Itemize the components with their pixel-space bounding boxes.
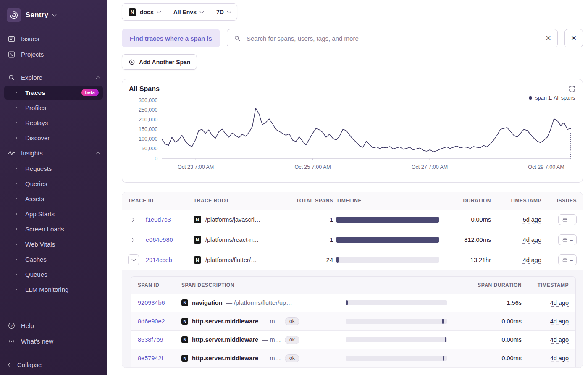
- date-range-selector[interactable]: 7D: [210, 4, 237, 20]
- environment-value: All Envs: [173, 9, 197, 16]
- status-badge: ok: [285, 317, 299, 325]
- span-row[interactable]: 8538f7b9 N http.server.middleware — m… o…: [131, 330, 575, 349]
- fullscreen-icon[interactable]: [567, 84, 577, 93]
- bullet-icon: [16, 213, 17, 215]
- trace-row[interactable]: f1e0d7c3 N /platforms/javascri… 1 0.00ms…: [122, 210, 583, 230]
- svg-text:Oct 27 7:00 AM: Oct 27 7:00 AM: [412, 164, 448, 170]
- span-search-box[interactable]: ×: [227, 29, 558, 47]
- timestamp[interactable]: 4d ago: [523, 257, 541, 263]
- org-switcher[interactable]: Sentry: [0, 6, 107, 24]
- sidebar-section-insights[interactable]: Insights: [0, 145, 107, 161]
- span-timeline-bar[interactable]: [346, 337, 447, 342]
- remove-span-filter-button[interactable]: ×: [564, 29, 583, 47]
- platform-icon: N: [194, 256, 201, 264]
- span-id-link[interactable]: 920934b6: [138, 299, 178, 306]
- span-table: SPAN ID SPAN DESCRIPTION SPAN DURATION T…: [131, 276, 576, 367]
- svg-text:?: ?: [10, 324, 13, 328]
- sidebar-item-queues[interactable]: Queues: [0, 267, 107, 282]
- sidebar-section-label: Insights: [21, 149, 43, 157]
- sidebar-item-assets[interactable]: Assets: [0, 191, 107, 206]
- sidebar-item-discover[interactable]: Discover: [0, 130, 107, 145]
- issues-button[interactable]: –: [558, 234, 577, 245]
- total-spans: 1: [293, 236, 333, 243]
- span-id-link[interactable]: 8538f7b9: [138, 336, 178, 343]
- clear-search-icon[interactable]: ×: [546, 34, 551, 43]
- span-search-input[interactable]: [246, 34, 541, 42]
- sidebar-section-explore[interactable]: Explore: [0, 70, 107, 85]
- sidebar-item-queries[interactable]: Queries: [0, 176, 107, 191]
- sentry-logo-icon: [7, 8, 21, 22]
- span-row[interactable]: 8d6e90e2 N http.server.middleware — m… o…: [131, 312, 575, 330]
- column-header: SPAN DESCRIPTION: [181, 282, 343, 288]
- sidebar-item-label: Help: [21, 322, 34, 329]
- sidebar-item-web-vitals[interactable]: Web Vitals: [0, 236, 107, 252]
- sidebar-item-replays[interactable]: Replays: [0, 115, 107, 130]
- sidebar-item-help[interactable]: ? Help: [0, 318, 107, 333]
- sidebar-nav: Issues Projects Explore Traces beta: [0, 31, 107, 297]
- page-filter-bar: N docs All Envs 7D: [122, 3, 583, 21]
- span-duration: 0.00ms: [450, 355, 522, 362]
- expanded-trace-spans: SPAN ID SPAN DESCRIPTION SPAN DURATION T…: [122, 270, 583, 368]
- span-row[interactable]: 920934b6 N navigation — /platforms/flutt…: [131, 294, 575, 312]
- svg-text:150,000: 150,000: [139, 126, 158, 132]
- sidebar-item-app-starts[interactable]: App Starts: [0, 206, 107, 221]
- platform-icon: N: [181, 318, 188, 325]
- svg-text:Oct 23 7:00 AM: Oct 23 7:00 AM: [178, 164, 214, 170]
- timeline-bar[interactable]: [336, 257, 439, 263]
- bullet-icon: [16, 183, 17, 184]
- sidebar-item-label: Profiles: [25, 104, 46, 111]
- sidebar-item-screen-loads[interactable]: Screen Loads: [0, 221, 107, 236]
- sidebar-item-profiles[interactable]: Profiles: [0, 100, 107, 115]
- span-op: http.server.middleware: [192, 355, 258, 362]
- timestamp[interactable]: 4d ago: [550, 336, 569, 343]
- sidebar-item-label: App Starts: [25, 210, 55, 218]
- timestamp[interactable]: 4d ago: [523, 236, 541, 243]
- trace-id-link[interactable]: f1e0d7c3: [146, 216, 190, 223]
- add-span-label: Add Another Span: [139, 59, 190, 66]
- timeline-bar[interactable]: [336, 217, 439, 223]
- add-another-span-button[interactable]: Add Another Span: [122, 54, 197, 70]
- trace-row[interactable]: e064e980 N /platforms/react-n… 1 812.00m…: [122, 230, 583, 250]
- spans-line-chart: 050,000100,000150,000200,000250,000300,0…: [129, 94, 576, 181]
- issues-button[interactable]: –: [558, 254, 577, 265]
- sidebar-collapse-button[interactable]: Collapse: [0, 354, 107, 375]
- svg-text:300,000: 300,000: [139, 97, 158, 103]
- span-id-link[interactable]: 8d6e90e2: [138, 318, 178, 325]
- timestamp[interactable]: 4d ago: [550, 299, 569, 306]
- column-header: TIMESTAMP: [525, 282, 569, 288]
- span-duration: 1.56s: [450, 299, 522, 306]
- chart-title: All Spans: [129, 85, 576, 93]
- environment-selector[interactable]: All Envs: [167, 4, 210, 20]
- span-row[interactable]: 8e57942f N http.server.middleware — m… o…: [131, 349, 575, 367]
- sidebar-item-issues[interactable]: Issues: [0, 31, 107, 47]
- trace-row-expanded[interactable]: 2914cceb N /platforms/flutter/… 24 13.21…: [122, 250, 583, 270]
- plus-circle-icon: [129, 59, 135, 66]
- sidebar-item-traces[interactable]: Traces beta: [4, 86, 103, 100]
- sidebar-item-requests[interactable]: Requests: [0, 161, 107, 176]
- expand-chevron-icon[interactable]: [128, 218, 136, 221]
- sidebar-item-whats-new[interactable]: What's new: [0, 333, 107, 349]
- sidebar-item-llm-monitoring[interactable]: LLM Monitoring: [0, 282, 107, 297]
- span-timeline-bar[interactable]: [346, 300, 447, 305]
- timeline-bar[interactable]: [336, 237, 439, 243]
- bullet-icon: [16, 92, 17, 93]
- span-timeline-bar[interactable]: [346, 356, 447, 361]
- timestamp[interactable]: 4d ago: [550, 318, 569, 325]
- bullet-icon: [16, 274, 17, 275]
- expand-chevron-icon[interactable]: [128, 239, 136, 241]
- all-spans-chart-panel: All Spans span 1: All spans 050,000100,0…: [122, 79, 583, 183]
- sidebar-item-projects[interactable]: Projects: [0, 47, 107, 62]
- sidebar-item-caches[interactable]: Caches: [0, 252, 107, 267]
- span-timeline-bar[interactable]: [346, 319, 447, 324]
- timestamp[interactable]: 5d ago: [523, 216, 541, 223]
- project-selector[interactable]: N docs: [122, 4, 167, 20]
- trace-id-link[interactable]: 2914cceb: [146, 257, 190, 263]
- span-id-link[interactable]: 8e57942f: [138, 355, 178, 362]
- issues-button[interactable]: –: [558, 214, 577, 225]
- search-icon: [234, 34, 241, 42]
- collapse-row-button[interactable]: [128, 254, 139, 265]
- column-header: TIMESTAMP: [494, 198, 541, 204]
- span-description: — m…: [262, 318, 281, 325]
- trace-id-link[interactable]: e064e980: [146, 236, 190, 243]
- timestamp[interactable]: 4d ago: [550, 355, 569, 362]
